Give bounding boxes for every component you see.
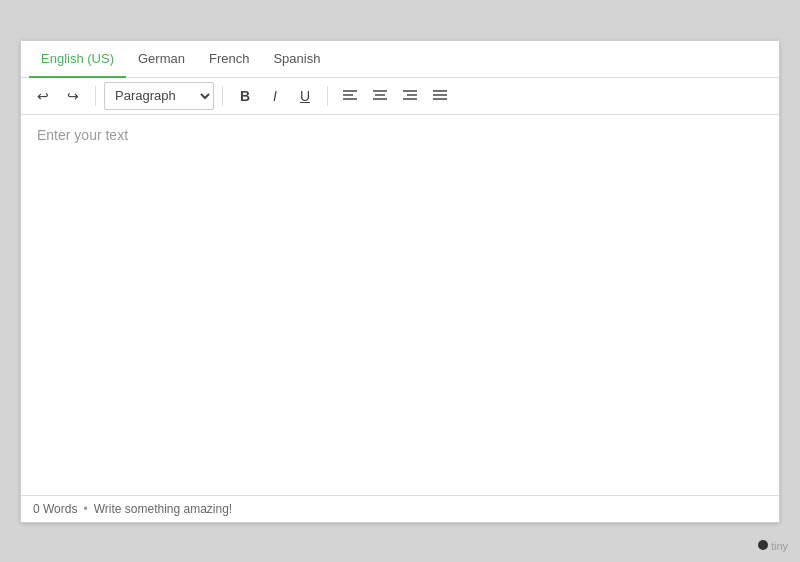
toolbar: ↩ ↪ Paragraph Heading 1 Heading 2 Headin… xyxy=(21,78,779,115)
bold-icon: B xyxy=(240,88,250,104)
redo-button[interactable]: ↪ xyxy=(59,82,87,110)
paragraph-select[interactable]: Paragraph Heading 1 Heading 2 Heading 3 xyxy=(104,82,214,110)
word-count: 0 Words xyxy=(33,502,77,516)
align-justify-icon xyxy=(433,88,447,104)
align-left-button[interactable] xyxy=(336,82,364,110)
status-message: Write something amazing! xyxy=(94,502,233,516)
format-group: Paragraph Heading 1 Heading 2 Heading 3 xyxy=(104,82,214,110)
redo-icon: ↪ xyxy=(67,88,79,104)
status-separator: • xyxy=(83,502,87,516)
tab-bar: English (US) German French Spanish xyxy=(21,41,779,78)
separator-1 xyxy=(95,86,96,106)
tab-french[interactable]: French xyxy=(197,41,261,78)
separator-3 xyxy=(327,86,328,106)
align-justify-button[interactable] xyxy=(426,82,454,110)
underline-button[interactable]: U xyxy=(291,82,319,110)
text-style-group: B I U xyxy=(231,82,319,110)
align-right-button[interactable] xyxy=(396,82,424,110)
tiny-logo xyxy=(758,540,768,552)
status-bar: 0 Words • Write something amazing! xyxy=(21,495,779,522)
editor-container: English (US) German French Spanish ↩ ↪ P… xyxy=(20,40,780,523)
align-center-icon xyxy=(373,88,387,104)
editor-content[interactable]: Enter your text xyxy=(21,115,779,495)
tab-english[interactable]: English (US) xyxy=(29,41,126,78)
align-center-button[interactable] xyxy=(366,82,394,110)
italic-icon: I xyxy=(273,88,277,104)
align-right-icon xyxy=(403,88,417,104)
svg-point-12 xyxy=(758,540,768,550)
history-group: ↩ ↪ xyxy=(29,82,87,110)
align-left-icon xyxy=(343,88,357,104)
tab-spanish[interactable]: Spanish xyxy=(261,41,332,78)
tab-german[interactable]: German xyxy=(126,41,197,78)
alignment-group xyxy=(336,82,454,110)
underline-icon: U xyxy=(300,88,310,104)
separator-2 xyxy=(222,86,223,106)
bold-button[interactable]: B xyxy=(231,82,259,110)
italic-button[interactable]: I xyxy=(261,82,289,110)
tiny-name: tiny xyxy=(771,540,788,552)
undo-icon: ↩ xyxy=(37,88,49,104)
undo-button[interactable]: ↩ xyxy=(29,82,57,110)
tiny-branding: tiny xyxy=(758,540,788,552)
